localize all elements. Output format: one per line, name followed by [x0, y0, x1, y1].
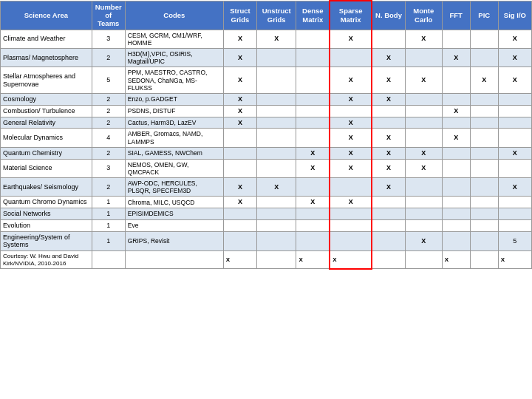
- cell: [442, 159, 470, 177]
- cell: [257, 208, 296, 220]
- cell: X: [372, 159, 405, 177]
- cell: X: [223, 67, 256, 94]
- cell: X: [330, 129, 372, 147]
- cell: X: [296, 197, 330, 208]
- cell: [257, 49, 296, 67]
- cell: Plasmas/ Magnetosphere: [1, 49, 92, 67]
- cell: X: [330, 197, 372, 208]
- cell: [470, 208, 498, 220]
- cell: [470, 177, 498, 196]
- table-row: Social Networks1EPISIMDEMICS: [1, 208, 532, 220]
- cell: X: [498, 147, 531, 159]
- cell: X: [330, 159, 372, 177]
- cell: 5: [92, 67, 125, 94]
- cell: [330, 49, 372, 67]
- cell: 2: [92, 93, 125, 105]
- column-header-number-of-teams: Number of Teams: [92, 1, 125, 30]
- cell: X: [498, 49, 531, 67]
- cell: [442, 93, 470, 105]
- cell: 3: [92, 159, 125, 177]
- cell: X: [257, 30, 296, 48]
- cell: General Relativity: [1, 117, 92, 129]
- cell: [330, 208, 372, 220]
- cell: X: [330, 30, 372, 48]
- table-row: Material Science3NEMOS, OMEN, GW, QMCPAC…: [1, 159, 532, 177]
- table-row: Molecular Dynamics4AMBER, Gromacs, NAMD,…: [1, 129, 532, 147]
- cell: X: [442, 105, 470, 117]
- cell: X: [372, 177, 405, 196]
- cell: 2: [92, 105, 125, 117]
- cell: [498, 117, 531, 129]
- cell: Quantum Chemistry: [1, 147, 92, 159]
- cell: Social Networks: [1, 208, 92, 220]
- cell: Earthquakes/ Seismology: [1, 177, 92, 196]
- cell: Climate and Weather: [1, 30, 92, 48]
- cell: [470, 30, 498, 48]
- cell: [257, 251, 296, 269]
- cell: EPISIMDEMICS: [125, 208, 223, 220]
- cell: [470, 49, 498, 67]
- cell: AWP-ODC, HERCULES, PLSQR, SPECFEM3D: [125, 177, 223, 196]
- cell: [223, 208, 256, 220]
- column-header-codes: Codes: [125, 1, 223, 30]
- cell: [498, 219, 531, 231]
- cell: [372, 117, 405, 129]
- cell: [498, 208, 531, 220]
- cell: Enzo, p.GADGET: [125, 93, 223, 105]
- cell: [498, 105, 531, 117]
- cell: X: [442, 49, 470, 67]
- cell: [498, 93, 531, 105]
- cell: [470, 129, 498, 147]
- cell: 2: [92, 147, 125, 159]
- cell: [470, 105, 498, 117]
- cell: X: [330, 93, 372, 105]
- cell: X: [296, 251, 330, 269]
- cell: [372, 219, 405, 231]
- cell: [470, 219, 498, 231]
- cell: [470, 159, 498, 177]
- cell: [405, 105, 442, 117]
- cell: 1: [92, 197, 125, 208]
- cell: 2: [92, 177, 125, 196]
- cell: Stellar Atmospheres and Supernovae: [1, 67, 92, 94]
- cell: Engineering/System of Systems: [1, 231, 92, 251]
- table-row: Quantum Chemistry2SIAL, GAMESS, NWChemXX…: [1, 147, 532, 159]
- cell: PSDNS, DISTUF: [125, 105, 223, 117]
- cell: Cactus, Harm3D, LazEV: [125, 117, 223, 129]
- cell: [296, 219, 330, 231]
- cell: [296, 231, 330, 251]
- cell: Courtesy: W. Hwu and David Kirk/NVIDIA, …: [1, 251, 92, 269]
- cell: [296, 49, 330, 67]
- cell: [223, 231, 256, 251]
- column-header-sig-i/o: Sig I/O: [498, 1, 531, 30]
- cell: 1: [92, 208, 125, 220]
- column-header-sparse-matrix: Sparse Matrix: [330, 1, 372, 30]
- cell: X: [223, 117, 256, 129]
- cell: [92, 251, 125, 269]
- cell: X: [372, 93, 405, 105]
- cell: [257, 147, 296, 159]
- cell: [372, 208, 405, 220]
- table-row: Engineering/System of Systems1GRIPS, Rev…: [1, 231, 532, 251]
- cell: X: [372, 147, 405, 159]
- cell: X: [330, 251, 372, 269]
- cell: [470, 147, 498, 159]
- cell: [405, 49, 442, 67]
- cell: [330, 177, 372, 196]
- cell: X: [498, 30, 531, 48]
- cell: [223, 219, 256, 231]
- cell: [405, 219, 442, 231]
- cell: [405, 117, 442, 129]
- column-header-pic: PIC: [470, 1, 498, 30]
- column-header-unstruct-grids: Unstruct Grids: [257, 1, 296, 30]
- table-row: Plasmas/ Magnetosphere2H3D(M),VPIC, OSIR…: [1, 49, 532, 67]
- cell: [442, 197, 470, 208]
- cell: [442, 219, 470, 231]
- cell: [257, 117, 296, 129]
- cell: X: [372, 67, 405, 94]
- table-row: General Relativity2Cactus, Harm3D, LazEV…: [1, 117, 532, 129]
- cell: 5: [498, 231, 531, 251]
- cell: X: [223, 49, 256, 67]
- cell: [442, 117, 470, 129]
- cell: [470, 117, 498, 129]
